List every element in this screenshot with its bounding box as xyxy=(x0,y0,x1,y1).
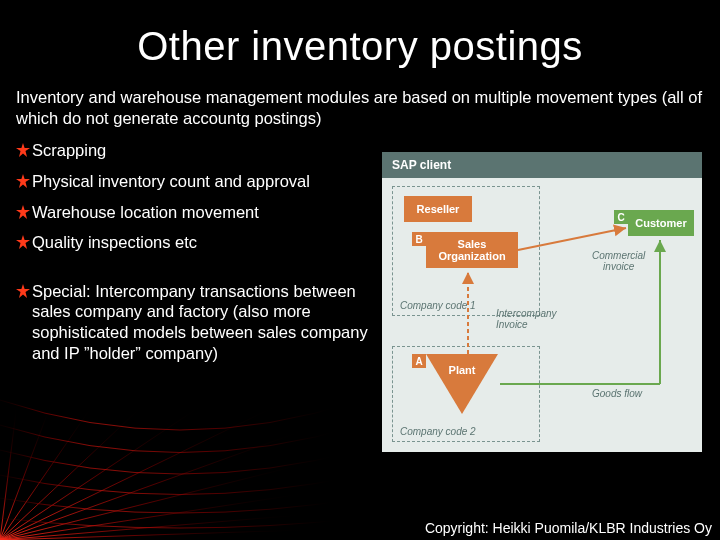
corner-b: B xyxy=(412,232,426,246)
box-sales-org: Sales Organization xyxy=(426,232,518,268)
diagram-header: SAP client xyxy=(382,152,702,178)
svg-marker-1 xyxy=(16,174,30,188)
bullet-item-special: Special: Intercompany transactions betwe… xyxy=(16,281,374,364)
label-commercial: Commercial invoice xyxy=(592,250,645,272)
triangle-label: Plant xyxy=(426,364,498,376)
star-icon xyxy=(16,205,30,219)
star-icon xyxy=(16,143,30,157)
slide-title: Other inventory postings xyxy=(16,24,704,69)
bullet-text: Special: Intercompany transactions betwe… xyxy=(32,281,374,364)
bullet-text: Warehouse location movement xyxy=(32,202,259,223)
svg-marker-3 xyxy=(16,235,30,249)
corner-a: A xyxy=(412,354,426,368)
zone-label-2: Company code 2 xyxy=(400,426,476,437)
bullet-text: Scrapping xyxy=(32,140,106,161)
svg-marker-4 xyxy=(16,284,30,298)
svg-marker-0 xyxy=(16,143,30,157)
star-icon xyxy=(16,235,30,249)
diagram-figure: SAP client Company code 1 Company code 2… xyxy=(382,152,702,452)
box-reseller: Reseller xyxy=(404,196,472,222)
bullet-item: Quality inspections etc xyxy=(16,232,374,253)
bullet-item: Scrapping xyxy=(16,140,374,161)
corner-c: C xyxy=(614,210,628,224)
slide: Other inventory postings Inventory and w… xyxy=(0,0,720,540)
bullet-item: Physical inventory count and approval xyxy=(16,171,374,192)
bullet-text: Quality inspections etc xyxy=(32,232,197,253)
diagram-body: Company code 1 Company code 2 Reseller B… xyxy=(382,178,702,452)
zone-label-1: Company code 1 xyxy=(400,300,476,311)
star-icon xyxy=(16,284,30,298)
star-icon xyxy=(16,174,30,188)
triangle-plant xyxy=(426,354,498,414)
bullet-item: Warehouse location movement xyxy=(16,202,374,223)
bullet-list: Scrapping Physical inventory count and a… xyxy=(16,140,374,452)
svg-marker-2 xyxy=(16,205,30,219)
intro-paragraph: Inventory and warehouse management modul… xyxy=(16,87,704,128)
content-row: Scrapping Physical inventory count and a… xyxy=(16,140,704,452)
copyright-text: Copyright: Heikki Puomila/KLBR Industrie… xyxy=(425,520,712,536)
box-customer: Customer xyxy=(628,210,694,236)
label-goods: Goods flow xyxy=(592,388,642,399)
label-intercompany: Intercompany Invoice xyxy=(496,308,557,330)
bullet-text: Physical inventory count and approval xyxy=(32,171,310,192)
sap-diagram: SAP client Company code 1 Company code 2… xyxy=(382,152,702,452)
